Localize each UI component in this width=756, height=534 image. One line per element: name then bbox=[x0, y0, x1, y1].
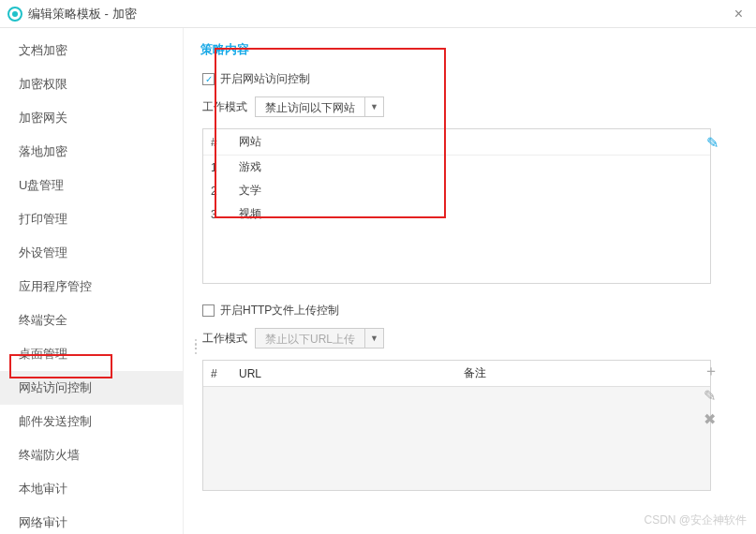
sidebar-item-label: 终端防火墙 bbox=[19, 448, 80, 462]
sidebar-item-network-audit[interactable]: 网络审计 bbox=[0, 506, 183, 534]
sidebar-item-label: 加密网关 bbox=[19, 111, 67, 125]
window-title: 编辑策略模板 - 加密 bbox=[28, 6, 137, 22]
http-upload-checkbox-label: 开启HTTP文件上传控制 bbox=[220, 303, 339, 319]
url-table: # URL 备注 bbox=[202, 360, 711, 491]
drag-handle-icon[interactable]: ⋮⋮ bbox=[190, 342, 200, 351]
table-row[interactable]: 3视频 bbox=[203, 202, 710, 226]
web-mode-select[interactable]: 禁止访问以下网站 ▼ bbox=[255, 96, 384, 117]
sidebar-item-label: U盘管理 bbox=[19, 178, 64, 192]
http-mode-select: 禁止以下URL上传 ▼ bbox=[255, 328, 384, 349]
sidebar-item-label: 终端安全 bbox=[19, 313, 67, 327]
col-index: # bbox=[203, 129, 231, 156]
titlebar: 编辑策略模板 - 加密 × bbox=[0, 0, 756, 28]
sidebar-item-encrypt-gateway[interactable]: 加密网关 bbox=[0, 101, 183, 135]
web-mode-label: 工作模式 bbox=[202, 99, 247, 115]
col-url: URL bbox=[231, 361, 456, 387]
sidebar-item-peripheral[interactable]: 外设管理 bbox=[0, 236, 183, 270]
table-row[interactable]: 1游戏 bbox=[203, 156, 710, 180]
web-access-checkbox-label: 开启网站访问控制 bbox=[220, 71, 310, 87]
col-note: 备注 bbox=[456, 361, 710, 387]
http-mode-label: 工作模式 bbox=[202, 331, 247, 347]
sidebar-item-label: 落地加密 bbox=[19, 144, 67, 158]
web-access-checkbox[interactable] bbox=[202, 73, 215, 85]
sidebar-item-label: 邮件发送控制 bbox=[19, 414, 92, 428]
sidebar-item-desktop[interactable]: 桌面管理 bbox=[0, 337, 183, 371]
http-mode-row: 工作模式 禁止以下URL上传 ▼ bbox=[197, 322, 737, 354]
chevron-down-icon: ▼ bbox=[364, 329, 383, 348]
sidebar-item-label: 网络审计 bbox=[19, 515, 67, 529]
sidebar-item-label: 加密权限 bbox=[19, 77, 67, 91]
website-table: # 网站 1游戏 2文学 3视频 bbox=[202, 128, 711, 284]
sidebar-item-landing-encrypt[interactable]: 落地加密 bbox=[0, 135, 183, 169]
sidebar-item-mail[interactable]: 邮件发送控制 bbox=[0, 405, 183, 438]
sidebar-item-endpoint-security[interactable]: 终端安全 bbox=[0, 304, 183, 337]
http-upload-checkbox[interactable] bbox=[202, 304, 215, 317]
sidebar-item-firewall[interactable]: 终端防火墙 bbox=[0, 438, 183, 472]
col-index: # bbox=[203, 361, 231, 387]
sidebar-item-encrypt-perm[interactable]: 加密权限 bbox=[0, 67, 183, 101]
web-mode-value: 禁止访问以下网站 bbox=[256, 97, 364, 116]
sidebar-item-label: 打印管理 bbox=[19, 212, 67, 226]
sidebar-item-label: 应用程序管控 bbox=[19, 279, 92, 293]
sidebar-item-label: 本地审计 bbox=[19, 482, 67, 496]
sidebar-item-print[interactable]: 打印管理 bbox=[0, 202, 183, 236]
sidebar-item-web-access[interactable]: 网站访问控制 bbox=[0, 371, 183, 405]
web-access-checkbox-row[interactable]: 开启网站访问控制 bbox=[197, 67, 737, 91]
content-panel: 策略内容 开启网站访问控制 工作模式 禁止访问以下网站 ▼ # 网站 1游戏 bbox=[184, 28, 756, 534]
close-button[interactable]: × bbox=[729, 6, 749, 22]
sidebar-item-usb[interactable]: U盘管理 bbox=[0, 169, 183, 202]
svg-point-1 bbox=[12, 11, 18, 17]
sidebar-item-label: 文档加密 bbox=[19, 43, 67, 57]
web-mode-row: 工作模式 禁止访问以下网站 ▼ bbox=[197, 91, 737, 123]
sidebar: 文档加密 加密权限 加密网关 落地加密 U盘管理 打印管理 外设管理 应用程序管… bbox=[0, 28, 184, 534]
app-icon bbox=[7, 7, 22, 22]
section-title: 策略内容 bbox=[197, 37, 737, 67]
sidebar-item-label: 外设管理 bbox=[19, 245, 67, 260]
table-row[interactable]: 2文学 bbox=[203, 179, 710, 202]
sidebar-item-app-control[interactable]: 应用程序管控 bbox=[0, 270, 183, 304]
edit-icon[interactable]: ✎ bbox=[706, 134, 719, 152]
sidebar-item-label: 网站访问控制 bbox=[19, 380, 92, 394]
chevron-down-icon[interactable]: ▼ bbox=[364, 97, 383, 116]
http-mode-value: 禁止以下URL上传 bbox=[256, 329, 364, 348]
edit-icon[interactable]: ✎ bbox=[704, 387, 719, 405]
col-site: 网站 bbox=[231, 129, 710, 156]
add-icon[interactable]: ＋ bbox=[704, 362, 719, 381]
sidebar-item-label: 桌面管理 bbox=[19, 347, 67, 361]
delete-icon[interactable]: ✖ bbox=[704, 410, 719, 428]
http-upload-checkbox-row[interactable]: 开启HTTP文件上传控制 bbox=[197, 299, 737, 322]
sidebar-item-local-audit[interactable]: 本地审计 bbox=[0, 472, 183, 506]
sidebar-item-doc-encrypt[interactable]: 文档加密 bbox=[0, 34, 183, 67]
